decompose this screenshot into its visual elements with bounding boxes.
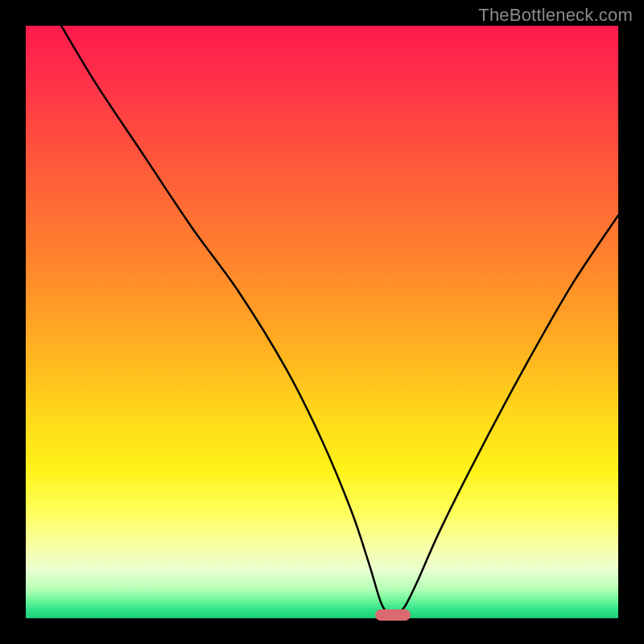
plot-area <box>26 26 618 618</box>
bottleneck-curve <box>61 26 618 617</box>
chart-frame: TheBottleneck.com <box>0 0 644 644</box>
curve-svg <box>26 26 618 618</box>
optimal-marker <box>375 609 411 621</box>
watermark-text: TheBottleneck.com <box>478 5 633 26</box>
